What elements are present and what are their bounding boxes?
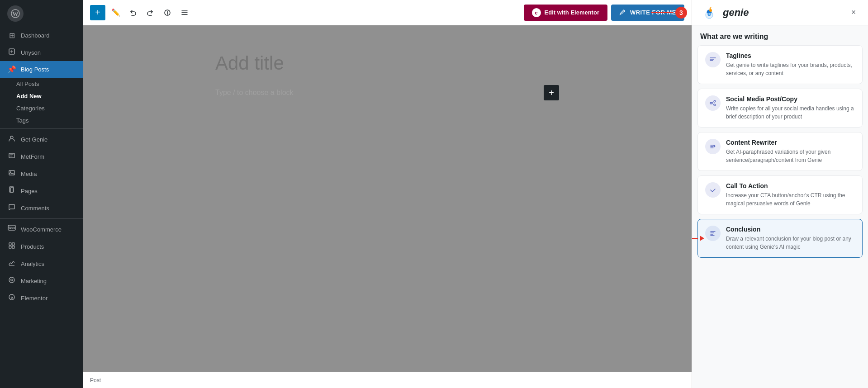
svg-point-25 — [710, 102, 712, 104]
right-panel: genie × What are we writing Taglines Get… — [692, 0, 868, 388]
right-panel-header: genie × — [692, 0, 868, 25]
svg-point-23 — [710, 13, 711, 14]
info-button[interactable] — [161, 6, 174, 19]
wp-logo: W — [0, 0, 83, 27]
social-media-title: Social Media Post/Copy — [726, 95, 855, 103]
sidebar-label-blog-posts: Blog Posts — [21, 66, 49, 73]
marketing-icon — [7, 276, 16, 285]
sidebar-label-metform: MetForm — [21, 153, 44, 160]
sidebar-item-categories[interactable]: Categories — [0, 102, 83, 114]
call-to-action-icon — [705, 182, 721, 198]
svg-point-21 — [709, 9, 712, 12]
unyson-icon — [7, 48, 16, 57]
content-rewriter-icon — [705, 139, 721, 154]
comments-icon — [7, 203, 16, 213]
edit-with-elementor-button[interactable]: e Edit with Elementor — [524, 5, 607, 21]
sidebar-label-analytics: Analytics — [21, 260, 44, 267]
sidebar-item-get-genie[interactable]: Get Genie — [0, 131, 83, 148]
writing-card-social-media[interactable]: Social Media Post/Copy Write copies for … — [697, 89, 863, 128]
conclusion-card-body: Conclusion Draw a relevant conclusion fo… — [726, 226, 855, 251]
sidebar-label-pages: Pages — [21, 188, 38, 194]
sidebar-item-dashboard[interactable]: ⊞ Dashboard — [0, 27, 83, 44]
genie-logo-text: genie — [723, 7, 749, 19]
sidebar-item-products[interactable]: Products — [0, 238, 83, 255]
taglines-card-body: Taglines Get genie to write taglines for… — [726, 52, 855, 77]
svg-text:e: e — [10, 295, 13, 300]
svg-text:W: W — [13, 10, 19, 17]
block-placeholder-text: Type / to choose a block — [215, 89, 294, 97]
svg-point-26 — [714, 104, 716, 106]
content-rewriter-title: Content Rewriter — [726, 139, 855, 146]
call-to-action-card-body: Call To Action Increase your CTA button/… — [726, 182, 855, 208]
edit-elementor-label: Edit with Elementor — [545, 9, 599, 16]
blog-posts-icon: 📌 — [7, 65, 16, 74]
sidebar-item-unyson[interactable]: Unyson — [0, 44, 83, 61]
sidebar-item-all-posts[interactable]: All Posts — [0, 78, 83, 90]
woocommerce-icon: Woo — [7, 225, 16, 234]
sidebar-label-get-genie: Get Genie — [21, 136, 47, 143]
wp-logo-icon: W — [7, 5, 24, 22]
svg-rect-12 — [12, 243, 14, 245]
sidebar-item-tags[interactable]: Tags — [0, 114, 83, 127]
sidebar-item-elementor[interactable]: e Elementor — [0, 289, 83, 307]
post-title-input[interactable] — [215, 52, 559, 74]
products-icon — [7, 242, 16, 251]
genie-logo-icon — [700, 4, 718, 22]
toolbar-separator — [197, 7, 197, 18]
writing-card-content-rewriter[interactable]: Content Rewriter Get AI-paraphrased vari… — [697, 132, 863, 171]
sidebar-item-blog-posts[interactable]: 📌 Blog Posts 1. — [0, 61, 83, 78]
svg-point-22 — [708, 13, 709, 14]
sidebar-item-media[interactable]: Media — [0, 165, 83, 182]
pen-icon-button[interactable]: ✏️ — [109, 6, 123, 19]
elementor-e-icon: e — [532, 8, 541, 17]
sidebar-item-pages[interactable]: Pages — [0, 182, 83, 199]
taglines-title: Taglines — [726, 52, 855, 59]
sidebar-label-dashboard: Dashboard — [21, 32, 50, 39]
sidebar-item-woocommerce[interactable]: Woo WooCommerce — [0, 221, 83, 238]
dashboard-icon: ⊞ — [7, 31, 16, 40]
content-rewriter-card-body: Content Rewriter Get AI-paraphrased vari… — [726, 139, 855, 164]
add-block-toolbar-button[interactable]: + — [90, 5, 105, 20]
genie-logo: genie — [700, 4, 749, 22]
content-rewriter-desc: Get AI-paraphrased variations of your gi… — [726, 148, 855, 164]
sidebar-item-metform[interactable]: MetForm — [0, 148, 83, 165]
svg-rect-14 — [12, 246, 14, 248]
writing-card-taglines[interactable]: Taglines Get genie to write taglines for… — [697, 45, 863, 84]
svg-point-15 — [9, 277, 14, 283]
bottom-bar: Post — [83, 372, 692, 388]
redo-button[interactable] — [143, 6, 157, 19]
writing-card-conclusion[interactable]: Conclusion Draw a relevant conclusion fo… — [697, 219, 863, 258]
sidebar-divider-1 — [0, 128, 83, 129]
social-media-card-body: Social Media Post/Copy Write copies for … — [726, 95, 855, 121]
sidebar-label-products: Products — [21, 243, 44, 250]
sidebar-item-add-new[interactable]: Add New 2. — [0, 90, 83, 102]
sidebar-item-analytics[interactable]: Analytics — [0, 255, 83, 272]
media-icon — [7, 169, 16, 178]
add-block-button[interactable]: + — [544, 85, 559, 100]
sidebar-label-woocommerce: WooCommerce — [21, 226, 62, 233]
sidebar-item-comments[interactable]: Comments — [0, 199, 83, 217]
sidebar-divider-2 — [0, 218, 83, 219]
sidebar-item-marketing[interactable]: Marketing — [0, 272, 83, 289]
svg-text:Woo: Woo — [8, 226, 15, 229]
close-panel-button[interactable]: × — [847, 6, 860, 19]
editor-canvas: Type / to choose a block + — [83, 25, 692, 372]
sidebar-label-comments: Comments — [21, 205, 49, 212]
conclusion-icon — [705, 226, 721, 241]
undo-button[interactable] — [126, 6, 140, 19]
call-to-action-desc: Increase your CTA button/anchor's CTR us… — [726, 191, 855, 208]
toolbar: + ✏️ e Edit with Elementor WRITE FOR ME — [83, 0, 692, 25]
call-to-action-title: Call To Action — [726, 182, 855, 189]
menu-button[interactable] — [178, 6, 191, 19]
sidebar-label-marketing: Marketing — [21, 278, 47, 284]
social-media-icon — [705, 95, 721, 111]
elementor-icon: e — [7, 293, 16, 303]
post-label: Post — [90, 377, 101, 383]
svg-rect-8 — [10, 188, 13, 192]
writing-card-call-to-action[interactable]: Call To Action Increase your CTA button/… — [697, 175, 863, 214]
taglines-desc: Get genie to write taglines for your bra… — [726, 61, 855, 77]
write-for-me-button[interactable]: WRITE FOR ME — [611, 5, 684, 21]
analytics-icon — [7, 259, 16, 268]
svg-point-3 — [10, 136, 13, 139]
svg-point-24 — [714, 100, 716, 102]
